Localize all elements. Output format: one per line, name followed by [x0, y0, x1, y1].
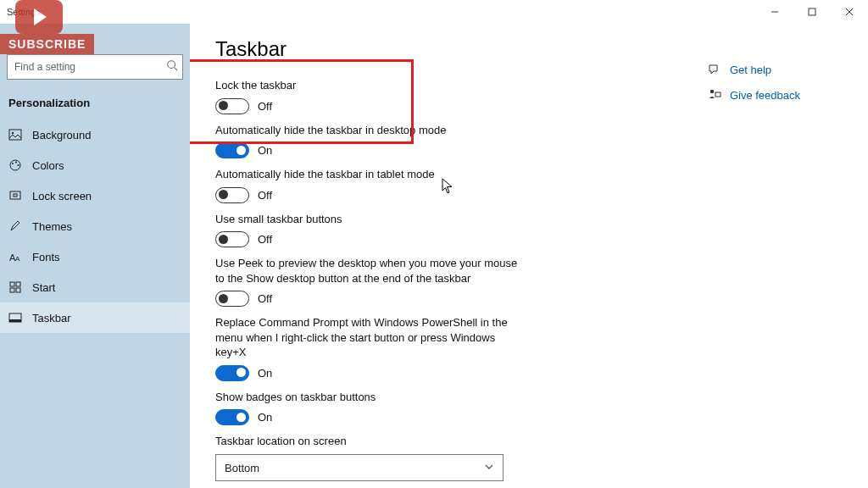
svg-point-22: [710, 90, 714, 93]
toggle-state-label: Off: [258, 233, 272, 246]
setting-label: Automatically hide the taskbar in deskto…: [215, 123, 520, 138]
sidebar-item-label: Themes: [32, 220, 72, 233]
page-title: Taskbar: [215, 37, 868, 61]
main-panel: Taskbar Lock the taskbarOffAutomatically…: [190, 24, 868, 488]
setting-label: Automatically hide the taskbar in tablet…: [215, 167, 520, 182]
setting-label: Use small taskbar buttons: [215, 212, 520, 227]
setting-label: Lock the taskbar: [215, 78, 520, 93]
setting-row: Use Peek to preview the desktop when you…: [215, 256, 554, 307]
palette-icon: [8, 158, 22, 172]
chevron-down-icon: [484, 462, 494, 474]
sidebar-item-fonts[interactable]: AAFonts: [0, 241, 190, 272]
get-help-label: Get help: [730, 64, 771, 76]
dropdown[interactable]: Bottom: [215, 454, 504, 481]
svg-text:A: A: [15, 255, 20, 263]
toggle-state-label: Off: [258, 292, 272, 305]
svg-rect-18: [10, 288, 14, 292]
lock-icon: [8, 189, 22, 202]
setting-row: Lock the taskbarOff: [215, 78, 554, 114]
svg-rect-1: [809, 8, 815, 15]
subscribe-overlay: SUBSCRIBE: [0, 0, 94, 54]
setting-row: Taskbar location on screenBottom: [215, 434, 554, 481]
title-bar: Settings: [0, 0, 868, 24]
toggle-state-label: On: [258, 367, 272, 380]
setting-row: Replace Command Prompt with Windows Powe…: [215, 315, 554, 381]
toggle-state-label: On: [258, 144, 272, 157]
feedback-icon: [708, 88, 721, 102]
svg-point-7: [12, 132, 14, 134]
image-icon: [8, 128, 22, 141]
close-button[interactable]: [831, 0, 868, 24]
sidebar-item-label: Background: [32, 129, 91, 141]
sidebar-item-start[interactable]: Start: [0, 272, 190, 302]
sidebar: Home Personalization BackgroundColorsLoc…: [0, 24, 190, 488]
svg-point-11: [18, 164, 19, 166]
sidebar-item-themes[interactable]: Themes: [0, 211, 190, 241]
toggle-switch[interactable]: [215, 231, 249, 247]
setting-label: Use Peek to preview the desktop when you…: [215, 256, 520, 286]
svg-point-4: [168, 61, 175, 69]
fonts-icon: AA: [8, 250, 22, 263]
sidebar-item-lock-screen[interactable]: Lock screen: [0, 180, 190, 211]
setting-row: Show badges on taskbar buttonsOn: [215, 390, 554, 426]
sidebar-item-background[interactable]: Background: [0, 119, 190, 150]
svg-rect-16: [10, 282, 14, 286]
toggle-switch[interactable]: [215, 365, 249, 381]
give-feedback-link[interactable]: Give feedback: [708, 88, 800, 102]
section-header: Personalization: [0, 92, 190, 119]
setting-row: Automatically hide the taskbar in tablet…: [215, 167, 554, 203]
taskbar-icon: [8, 311, 22, 324]
sidebar-item-taskbar[interactable]: Taskbar: [0, 302, 190, 333]
svg-rect-12: [10, 191, 20, 199]
toggle-state-label: Off: [258, 189, 272, 202]
sidebar-item-label: Fonts: [32, 251, 60, 263]
svg-point-9: [12, 163, 14, 164]
svg-line-5: [175, 68, 178, 71]
sidebar-item-label: Colors: [32, 159, 64, 172]
dropdown-label: Taskbar location on screen: [215, 434, 520, 449]
toggle-switch[interactable]: [215, 291, 249, 307]
setting-label: Show badges on taskbar buttons: [215, 390, 520, 405]
svg-rect-23: [715, 92, 721, 97]
toggle-switch[interactable]: [215, 409, 249, 425]
setting-row: Use small taskbar buttonsOff: [215, 212, 554, 248]
start-icon: [8, 280, 22, 294]
sidebar-item-label: Taskbar: [32, 312, 71, 324]
get-help-link[interactable]: Get help: [708, 63, 800, 76]
search-input[interactable]: [7, 54, 183, 80]
toggle-switch[interactable]: [215, 142, 249, 158]
minimize-button[interactable]: [756, 0, 793, 24]
toggle-switch[interactable]: [215, 187, 249, 203]
search-icon: [166, 59, 178, 75]
sidebar-item-label: Lock screen: [32, 190, 92, 202]
play-icon: [15, 0, 63, 34]
subscribe-badge: SUBSCRIBE: [0, 34, 94, 54]
setting-row: Automatically hide the taskbar in deskto…: [215, 123, 554, 159]
brush-icon: [8, 219, 22, 233]
toggle-state-label: Off: [258, 100, 272, 113]
toggle-switch[interactable]: [215, 98, 249, 114]
setting-label: Replace Command Prompt with Windows Powe…: [215, 315, 520, 360]
toggle-state-label: On: [258, 411, 272, 424]
svg-rect-17: [16, 282, 20, 286]
svg-point-10: [15, 162, 17, 164]
svg-rect-19: [16, 288, 20, 292]
sidebar-item-label: Start: [32, 281, 55, 294]
dropdown-value: Bottom: [225, 462, 259, 474]
maximize-button[interactable]: [793, 0, 831, 24]
svg-rect-6: [9, 130, 21, 140]
help-icon: [708, 63, 721, 76]
svg-rect-13: [14, 194, 17, 197]
sidebar-item-colors[interactable]: Colors: [0, 150, 190, 180]
give-feedback-label: Give feedback: [730, 89, 800, 102]
svg-rect-21: [9, 319, 21, 322]
